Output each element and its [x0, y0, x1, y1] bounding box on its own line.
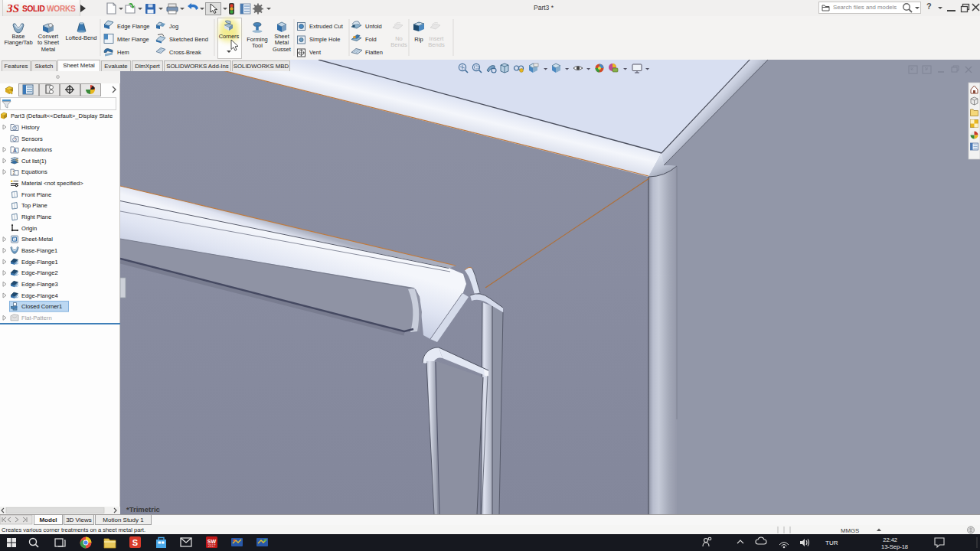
svg-text:Right Plane: Right Plane [21, 214, 51, 220]
svg-text:History: History [21, 124, 40, 131]
svg-text:ЗS: ЗS [6, 2, 19, 15]
svg-text:Edge-Flange3: Edge-Flange3 [21, 281, 58, 288]
svg-text:Part3 (Default<<Default>_Disp: Part3 (Default<<Default>_Display State [11, 112, 113, 119]
svg-text:13-Sep-18: 13-Sep-18 [881, 543, 908, 550]
svg-text:Material <not specified>: Material <not specified> [21, 180, 83, 187]
svg-text:A: A [13, 148, 17, 153]
svg-text:TUR: TUR [825, 540, 838, 546]
svg-text:Front Plane: Front Plane [21, 191, 51, 198]
svg-text:S: S [132, 538, 138, 547]
svg-text:Origin: Origin [21, 225, 37, 232]
svg-text:Annotations: Annotations [21, 146, 52, 153]
svg-text:SOLID: SOLID [22, 5, 45, 13]
svg-text:SW: SW [207, 539, 217, 544]
svg-text:2017: 2017 [207, 544, 216, 548]
svg-text:Sensors: Sensors [21, 135, 43, 142]
svg-text:Top Plane: Top Plane [21, 202, 47, 209]
svg-text:Edge-Flange2: Edge-Flange2 [21, 269, 58, 276]
svg-text:*Trimetric: *Trimetric [126, 505, 160, 514]
svg-text:Σ: Σ [13, 170, 16, 175]
svg-text:Corners: Corners [219, 33, 240, 40]
svg-text:Equations: Equations [21, 168, 47, 175]
svg-text:22:42: 22:42 [883, 536, 897, 543]
svg-text:Closed Corner1: Closed Corner1 [21, 303, 62, 310]
svg-text:Edge-Flange1: Edge-Flange1 [21, 259, 58, 266]
svg-text:MMGS: MMGS [841, 527, 859, 534]
svg-text:Flat-Pattern: Flat-Pattern [21, 315, 52, 321]
svg-text:WORKS: WORKS [47, 5, 76, 13]
svg-text:Cut list(1): Cut list(1) [21, 158, 47, 165]
svg-text:Base-Flange1: Base-Flange1 [21, 247, 57, 254]
svg-text:Edge-Flange4: Edge-Flange4 [21, 292, 58, 299]
svg-text:Sheet-Metal: Sheet-Metal [21, 236, 53, 243]
